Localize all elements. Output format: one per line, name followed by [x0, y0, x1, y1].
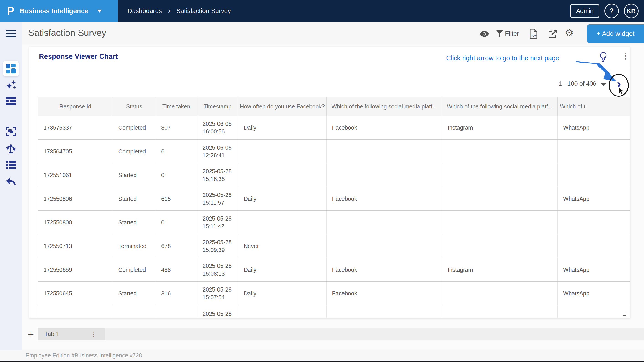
widget-title: Response Viewer Chart: [39, 52, 118, 61]
tab-label: Tab 1: [44, 331, 60, 338]
response-viewer-widget: Response Viewer Chart ⋮ Click right arro…: [29, 47, 630, 318]
share-icon[interactable]: [548, 29, 558, 39]
table-cell: 172550713: [38, 234, 113, 258]
filter-button[interactable]: Filter: [505, 30, 519, 37]
table-cell: [238, 210, 326, 234]
frame-objects-icon: [6, 127, 16, 136]
table-cell: Instagram: [442, 258, 558, 282]
sidebar-item-capture[interactable]: [0, 127, 22, 136]
table-cell: 172550800: [38, 210, 113, 234]
table-row: 172550713Terminated6782025-05-28 15:09:3…: [38, 234, 630, 258]
widget-header-divider: [30, 68, 630, 68]
table-cell: [558, 305, 630, 318]
table-cell: 678: [156, 234, 197, 258]
dashboard-settings-gear-icon[interactable]: ⚙: [565, 28, 574, 38]
lightbulb-icon[interactable]: [599, 52, 607, 63]
breadcrumb-current: Satisfaction Survey: [176, 7, 231, 14]
table-cell: Started: [113, 210, 156, 234]
column-header[interactable]: Time taken: [156, 97, 197, 116]
table-cell: Completed: [113, 258, 156, 282]
table-cell: [238, 140, 326, 163]
table-cell: 0: [156, 163, 197, 187]
table-row-partial: 2025-05-28: [38, 305, 630, 318]
table-cell: [442, 282, 558, 305]
next-page-button[interactable]: ›: [614, 75, 624, 92]
breadcrumb-dashboards[interactable]: Dashboards: [128, 7, 162, 14]
sidebar-item-list[interactable]: [0, 161, 22, 169]
column-header[interactable]: Status: [113, 97, 156, 116]
admin-button[interactable]: Admin: [570, 4, 599, 18]
top-navigation-bar: P Business Intelligence Dashboards › Sat…: [0, 0, 644, 22]
table-cell: 0: [156, 210, 197, 234]
view-eye-icon[interactable]: [480, 30, 489, 38]
filter-funnel-icon[interactable]: [496, 30, 503, 38]
page-title: Satisfaction Survey: [28, 28, 106, 38]
table-row: 173564705Completed62025-06-05 12:26:41: [38, 140, 630, 163]
sidebar-item-governance[interactable]: [0, 144, 22, 154]
table-cell: 172551061: [38, 163, 113, 187]
help-button[interactable]: ?: [604, 4, 619, 18]
add-widget-button[interactable]: + Add widget: [587, 24, 644, 43]
widget-resize-handle-icon[interactable]: [623, 312, 626, 316]
product-switcher[interactable]: P Business Intelligence: [0, 0, 118, 22]
table-cell: Completed: [113, 140, 156, 163]
dashboard-canvas: Response Viewer Chart ⋮ Click right arro…: [22, 45, 644, 362]
table-cell: Started: [113, 282, 156, 305]
table-row: 172550645Started3162025-05-28 15:07:54Da…: [38, 282, 630, 305]
table-cell: [558, 234, 630, 258]
column-header[interactable]: Timestamp: [197, 97, 238, 116]
sidebar-item-dashboards[interactable]: [3, 61, 19, 76]
export-pdf-icon[interactable]: PDF: [529, 29, 538, 40]
table-cell: [442, 305, 558, 318]
table-row: 172550806Started6152025-05-28 15:11:57Da…: [38, 187, 630, 210]
table-cell: [442, 163, 558, 187]
table-cell: [442, 187, 558, 210]
menu-icon[interactable]: [0, 30, 22, 37]
table-cell: [442, 140, 558, 163]
table-cell: 2025-05-28 15:08:13: [197, 258, 238, 282]
column-header[interactable]: Which of the following social media plat…: [442, 97, 558, 116]
sidebar-item-data-rows[interactable]: [0, 97, 22, 105]
table-cell: 2025-06-05 12:26:41: [197, 140, 238, 163]
table-cell: [326, 163, 442, 187]
table-cell: WhatsApp: [558, 187, 630, 210]
table-cell: [326, 140, 442, 163]
sparkles-icon: [6, 80, 16, 91]
left-sidebar: ⚙: [0, 22, 22, 361]
table-cell: 2025-05-28 15:11:42: [197, 210, 238, 234]
column-header[interactable]: How often do you use Facebook?: [238, 97, 326, 116]
table-cell: WhatsApp: [558, 116, 630, 140]
table-cell: [558, 163, 630, 187]
table-cell: [558, 140, 630, 163]
table-cell: [442, 234, 558, 258]
svg-text:PDF: PDF: [530, 34, 536, 37]
column-header[interactable]: Which of t: [558, 97, 630, 116]
table-header-row: Response IdStatusTime takenTimestampHow …: [38, 97, 630, 116]
balance-scale-icon: [6, 144, 16, 154]
table-cell: [113, 305, 156, 318]
sidebar-item-ai-insights[interactable]: [0, 80, 22, 91]
table-cell: [238, 305, 326, 318]
column-header[interactable]: Which of the following social media plat…: [326, 97, 442, 116]
edition-label: Employee Edition: [26, 352, 72, 359]
table-cell: WhatsApp: [558, 258, 630, 282]
table-cell: Facebook: [326, 282, 442, 305]
table-cell: 173575337: [38, 116, 113, 140]
add-tab-button[interactable]: +: [24, 328, 37, 340]
table-cell: 2025-05-28 15:18:36: [197, 163, 238, 187]
window-bottom-edge: [0, 361, 644, 362]
version-link[interactable]: #Business Intelligence v728: [72, 352, 142, 359]
dashboard-toolbar: Satisfaction Survey Filter PDF ⚙ + Add w…: [22, 22, 644, 45]
column-header[interactable]: Response Id: [38, 97, 113, 116]
sidebar-item-back[interactable]: [0, 177, 22, 185]
table-cell: 307: [156, 116, 197, 140]
tab-item[interactable]: Tab 1 ⋮: [38, 328, 105, 340]
widget-menu-kebab-icon[interactable]: ⋮: [621, 51, 630, 61]
table-cell: 2025-05-28 15:07:54: [197, 282, 238, 305]
pagination-dropdown-caret-icon[interactable]: [601, 83, 606, 86]
table-cell: [326, 305, 442, 318]
tab-menu-kebab-icon[interactable]: ⋮: [91, 330, 97, 338]
table-cell: WhatsApp: [558, 282, 630, 305]
avatar[interactable]: KR: [624, 4, 638, 18]
brand-logo: P: [7, 5, 14, 16]
